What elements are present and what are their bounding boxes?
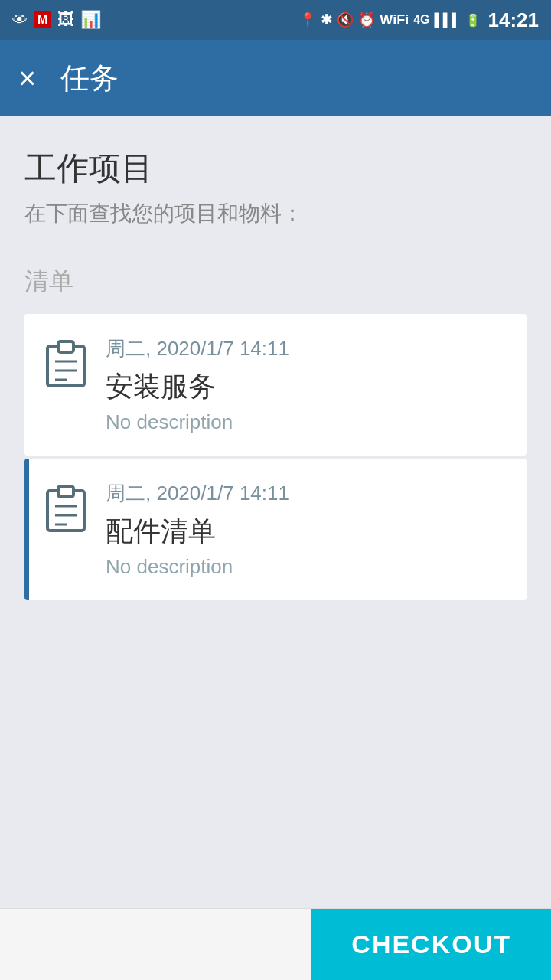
image-icon: 🖼 xyxy=(57,10,74,30)
wifi-icon: WiFi xyxy=(380,12,409,28)
app-bar-title: 任务 xyxy=(60,59,119,98)
chart-icon: 📊 xyxy=(80,10,101,30)
card-description: No description xyxy=(106,410,505,434)
checkout-button[interactable]: CHECKOUT xyxy=(311,909,551,981)
mute-icon: 🔇 xyxy=(337,11,354,28)
alarm-icon: ⏰ xyxy=(358,11,375,28)
card-name: 配件清单 xyxy=(106,513,505,550)
card-content: 周二, 2020/1/7 14:11 配件清单 No description xyxy=(106,480,505,579)
signal-icon: ▌▌▌ xyxy=(434,13,460,27)
bottom-bar: CHECKOUT xyxy=(0,908,551,980)
main-content: 工作项目 在下面查找您的项目和物料： 清单 周二, 2020/1/7 14:11… xyxy=(0,116,551,726)
battery-icon: 🔋 xyxy=(465,13,481,28)
close-button[interactable]: × xyxy=(18,63,36,93)
card-description: No description xyxy=(106,555,505,579)
section-subtitle: 在下面查找您的项目和物料： xyxy=(24,199,527,228)
section-title: 工作项目 xyxy=(24,147,527,190)
bluetooth-icon: ✱ xyxy=(321,11,332,28)
list-item[interactable]: 周二, 2020/1/7 14:11 配件清单 No description xyxy=(24,459,527,600)
status-bar: 👁 M 🖼 📊 📍 ✱ 🔇 ⏰ WiFi 4G ▌▌▌ 🔋 14:21 xyxy=(0,0,551,40)
card-date: 周二, 2020/1/7 14:11 xyxy=(106,335,505,362)
status-bar-right: 📍 ✱ 🔇 ⏰ WiFi 4G ▌▌▌ 🔋 14:21 xyxy=(299,8,539,32)
list-container: 周二, 2020/1/7 14:11 安装服务 No description 周… xyxy=(24,314,527,600)
status-bar-left: 👁 M 🖼 📊 xyxy=(12,10,101,30)
app-bar: × 任务 xyxy=(0,40,551,116)
clipboard-icon xyxy=(44,338,87,387)
list-item[interactable]: 周二, 2020/1/7 14:11 安装服务 No description xyxy=(24,314,527,456)
svg-rect-6 xyxy=(58,486,73,497)
eye-icon: 👁 xyxy=(12,11,28,29)
time-display: 14:21 xyxy=(488,8,540,32)
clipboard-icon xyxy=(44,483,87,532)
card-name: 安装服务 xyxy=(106,368,505,406)
location-icon: 📍 xyxy=(299,11,316,28)
card-content: 周二, 2020/1/7 14:11 安装服务 No description xyxy=(106,335,505,434)
list-header: 清单 xyxy=(24,265,527,299)
app-icon: M xyxy=(34,11,51,28)
4g-icon: 4G xyxy=(413,13,429,27)
card-date: 周二, 2020/1/7 14:11 xyxy=(106,480,505,507)
svg-rect-1 xyxy=(58,341,73,352)
